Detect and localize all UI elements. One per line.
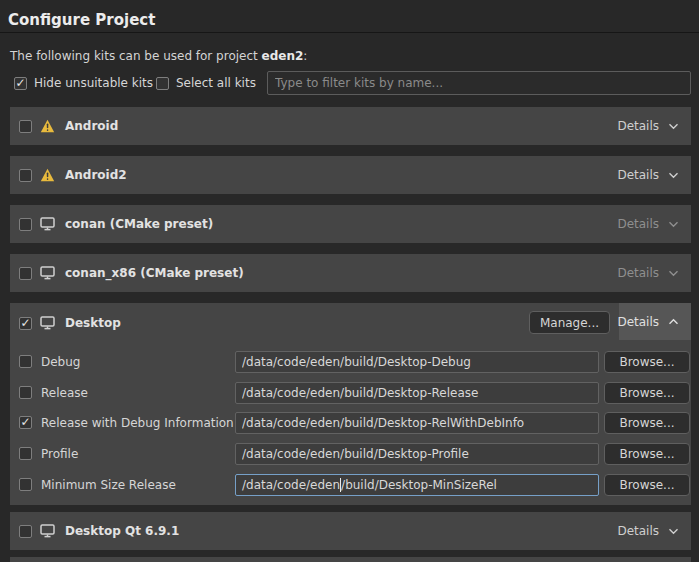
kit-name: conan_x86 (CMake preset) xyxy=(65,266,244,280)
details-label: Details xyxy=(617,217,659,231)
intro-suffix: : xyxy=(303,49,307,63)
kit-checkbox[interactable] xyxy=(19,267,32,280)
details-label: Details xyxy=(617,524,659,538)
build-config-row-minsizerel: Minimum Size Release /data/code/eden/bui… xyxy=(10,474,691,496)
details-button[interactable]: Details xyxy=(617,205,691,243)
build-config-row-relwithdebinfo: Release with Debug Information Browse... xyxy=(10,412,691,434)
config-label: Profile xyxy=(41,447,78,461)
chevron-down-icon xyxy=(668,123,679,130)
build-dir-input[interactable] xyxy=(235,412,599,434)
chevron-down-icon xyxy=(668,528,679,535)
browse-button[interactable]: Browse... xyxy=(604,351,690,373)
intro-text: The following kits can be used for proje… xyxy=(10,49,307,63)
kit-checkbox[interactable] xyxy=(19,317,32,330)
kit-row-conan: conan (CMake preset) Details xyxy=(10,205,691,243)
config-checkbox[interactable] xyxy=(19,386,32,399)
details-button[interactable]: Details xyxy=(617,156,691,194)
checkbox-icon[interactable] xyxy=(14,77,27,90)
config-checkbox[interactable] xyxy=(19,478,32,491)
build-dir-input-focused[interactable]: /data/code/eden/build/Desktop-MinSizeRel xyxy=(235,474,599,496)
build-dir-input[interactable] xyxy=(235,443,599,465)
project-name: eden2 xyxy=(262,49,304,63)
kit-row-desktop-qt: Desktop Qt 6.9.1 Details xyxy=(10,512,691,550)
kit-name: Desktop Qt 6.9.1 xyxy=(65,524,179,538)
checkbox-icon[interactable] xyxy=(156,77,169,90)
build-config-row-release: Release Browse... xyxy=(10,382,691,404)
details-label: Details xyxy=(617,315,659,329)
details-button[interactable]: Details xyxy=(617,512,691,550)
chevron-down-icon xyxy=(668,221,679,228)
configure-project-page: Configure Project The following kits can… xyxy=(0,0,699,562)
kit-row-android2: Android2 Details xyxy=(10,156,691,194)
details-button[interactable]: Details xyxy=(617,254,691,292)
browse-button[interactable]: Browse... xyxy=(604,412,690,434)
details-label: Details xyxy=(617,168,659,182)
kit-row-android: Android Details xyxy=(10,107,691,145)
page-title: Configure Project xyxy=(8,11,155,29)
kit-checkbox[interactable] xyxy=(19,120,32,133)
chevron-down-icon xyxy=(668,270,679,277)
hide-unsuitable-kits-label: Hide unsuitable kits xyxy=(34,76,153,90)
kit-name: conan (CMake preset) xyxy=(65,217,213,231)
build-dir-input[interactable] xyxy=(235,351,599,373)
kit-checkbox[interactable] xyxy=(19,218,32,231)
kit-checkbox[interactable] xyxy=(19,525,32,538)
chevron-down-icon xyxy=(668,172,679,179)
browse-button[interactable]: Browse... xyxy=(604,382,690,404)
details-label: Details xyxy=(617,266,659,280)
config-checkbox[interactable] xyxy=(19,355,32,368)
kit-name: Android2 xyxy=(65,168,127,182)
intro-prefix: The following kits can be used for proje… xyxy=(10,49,262,63)
details-button-expanded[interactable]: Details xyxy=(619,303,691,340)
build-dir-input[interactable] xyxy=(235,382,599,404)
config-label: Release xyxy=(41,386,88,400)
kit-panel-desktop: Desktop Manage... Details Debug Browse..… xyxy=(10,303,691,505)
build-config-row-debug: Debug Browse... xyxy=(10,351,691,373)
chevron-up-icon xyxy=(668,318,679,325)
desktop-monitor-icon xyxy=(40,266,55,280)
browse-button[interactable]: Browse... xyxy=(604,443,690,465)
kit-name: Android xyxy=(65,119,118,133)
kit-checkbox[interactable] xyxy=(19,169,32,182)
build-config-row-profile: Profile Browse... xyxy=(10,443,691,465)
title-separator xyxy=(0,32,699,33)
config-label: Minimum Size Release xyxy=(41,478,176,492)
details-label: Details xyxy=(617,119,659,133)
config-label: Release with Debug Information xyxy=(41,416,234,430)
config-checkbox[interactable] xyxy=(19,447,32,460)
kit-filter-input[interactable] xyxy=(267,71,691,95)
hide-unsuitable-kits-checkbox[interactable]: Hide unsuitable kits xyxy=(14,76,153,90)
select-all-kits-label: Select all kits xyxy=(176,76,256,90)
manage-kits-button[interactable]: Manage... xyxy=(529,311,610,334)
warning-icon xyxy=(40,119,55,133)
config-label: Debug xyxy=(41,355,80,369)
config-checkbox[interactable] xyxy=(19,416,32,429)
details-button[interactable]: Details xyxy=(617,107,691,145)
desktop-monitor-icon xyxy=(40,217,55,231)
kit-row-partial xyxy=(10,557,691,562)
kit-row-conan-x86: conan_x86 (CMake preset) Details xyxy=(10,254,691,292)
warning-icon xyxy=(40,168,55,182)
select-all-kits-checkbox[interactable]: Select all kits xyxy=(156,76,256,90)
browse-button[interactable]: Browse... xyxy=(604,474,690,496)
kit-name: Desktop xyxy=(65,316,121,330)
desktop-monitor-icon xyxy=(40,524,55,538)
desktop-monitor-icon xyxy=(40,316,55,330)
